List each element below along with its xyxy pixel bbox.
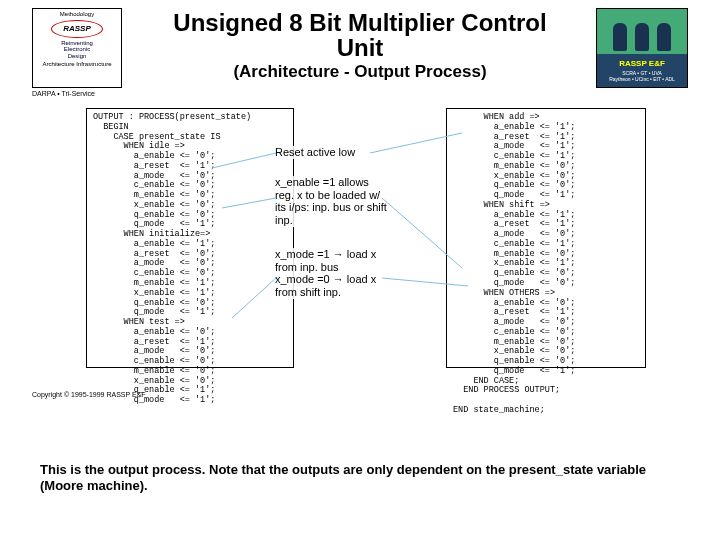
title-line2: Unit: [337, 34, 384, 61]
code-column-right: WHEN add => a_enable <= '1'; a_reset <= …: [446, 108, 646, 368]
logo-right-tag: SCRA • GT • UVA Raytheon • UCinc • EIT •…: [597, 70, 687, 82]
copyright: Copyright © 1995-1999 RASSP E&F: [32, 391, 146, 398]
caption-text: This is the output process. Note that th…: [40, 462, 680, 495]
logo-left-sub: Reinventing Electronic Design: [35, 40, 119, 60]
code-column-left: OUTPUT : PROCESS(present_state) BEGIN CA…: [86, 108, 294, 368]
title-line1: Unsigned 8 Bit Multiplier Control: [173, 9, 546, 36]
slide-header: Methodology RASSP Reinventing Electronic…: [32, 8, 688, 94]
logo-right: RASSP E&F SCRA • GT • UVA Raytheon • UCi…: [596, 8, 688, 88]
slide-subtitle: (Architecture - Output Process): [32, 62, 688, 82]
annotation-xmode: x_mode =1 → load x from inp. bus x_mode …: [275, 248, 387, 299]
logo-left: Methodology RASSP Reinventing Electronic…: [32, 8, 122, 88]
logo-left-tag: Architecture Infrastructure: [35, 61, 119, 68]
annotation-reset: Reset active low: [275, 146, 387, 159]
logo-left-brand: RASSP: [51, 20, 103, 38]
logo-left-top: Methodology: [35, 11, 119, 18]
slide: Methodology RASSP Reinventing Electronic…: [32, 8, 688, 398]
logo-right-brand: RASSP E&F: [597, 59, 687, 68]
people-icon: [597, 23, 687, 51]
annotation-xenable: x_enable =1 allows reg. x to be loaded w…: [275, 176, 387, 227]
darpa-label: DARPA • Tri-Service: [32, 90, 95, 97]
slide-title: Unsigned 8 Bit Multiplier Control Unit: [32, 8, 688, 60]
